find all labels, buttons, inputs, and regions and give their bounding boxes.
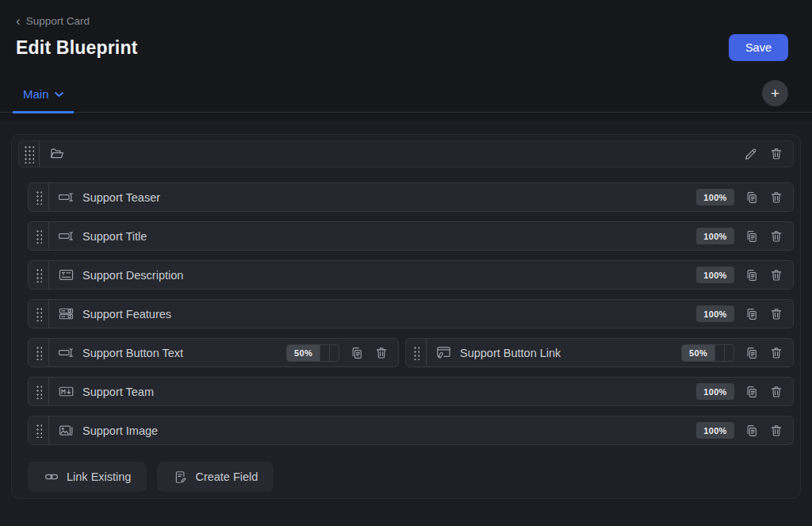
field-label[interactable]: Support Image [82,417,696,444]
create-field-button[interactable]: Create Field [157,462,274,492]
folder-icon [49,141,65,167]
drag-handle-icon[interactable] [29,417,49,444]
tab-main-label: Main [23,87,49,101]
duplicate-field-button[interactable] [745,268,759,282]
plus-icon: + [771,86,779,101]
trash-icon [769,147,783,161]
width-badge[interactable]: 50% [681,344,734,362]
pencil-icon [743,147,758,162]
duplicate-field-button[interactable] [745,229,759,244]
field-row-support-description[interactable]: Support Description 100% [28,260,794,290]
drag-handle-icon[interactable] [406,339,427,367]
trash-icon [769,424,783,438]
field-row-support-title[interactable]: Support Title 100% [28,221,794,251]
duplicate-field-button[interactable] [350,346,364,360]
field-label[interactable]: Support Teaser [82,183,696,211]
field-label[interactable]: Support Description [82,261,696,289]
chevron-down-icon [55,92,63,98]
link-existing-label: Link Existing [67,470,131,483]
drag-handle-icon[interactable] [29,261,49,289]
link-existing-button[interactable]: Link Existing [28,462,147,492]
width-badge[interactable]: 100% [696,305,734,322]
width-badge[interactable]: 100% [696,228,734,244]
field-label[interactable]: Support Button Link [460,339,681,367]
field-row-support-button-link[interactable]: Support Button Link 50% [405,338,794,367]
chain-link-icon [44,469,59,485]
drag-handle-icon[interactable] [29,183,49,211]
add-tab-button[interactable]: + [762,80,788,106]
delete-field-button[interactable] [769,424,783,438]
delete-field-button[interactable] [769,307,783,321]
text-input-icon [58,222,75,250]
copy-icon [745,229,759,244]
trash-icon [769,346,783,360]
field-rows: Support Teaser 100% Support Title 100% [28,182,794,445]
image-icon [58,417,75,444]
duplicate-field-button[interactable] [745,307,759,321]
page-header: ‹ Support Card Edit Blueprint Save [0,0,812,61]
drag-handle-icon[interactable] [29,378,49,405]
field-label[interactable]: Support Features [82,300,696,328]
copy-icon [745,346,759,360]
delete-field-button[interactable] [769,268,783,282]
duplicate-field-button[interactable] [745,190,759,205]
copy-icon [745,190,759,205]
delete-field-button[interactable] [374,346,389,360]
delete-field-button[interactable] [769,385,783,399]
delete-field-button[interactable] [769,229,783,244]
replicator-icon [58,300,75,328]
copy-icon [745,385,759,399]
text-input-icon [58,183,75,211]
create-field-label: Create Field [195,470,258,483]
half-width-row-group: Support Button Text 50% Support Button L… [28,338,794,377]
width-badge[interactable]: 100% [696,267,734,283]
field-row-support-button-text[interactable]: Support Button Text 50% [28,338,399,367]
drag-handle-icon[interactable] [29,222,49,250]
title-row: Edit Blueprint Save [16,34,788,61]
field-label[interactable]: Support Button Text [82,339,286,367]
create-field-icon [173,470,188,485]
chevron-left-icon: ‹ [16,16,21,26]
duplicate-field-button[interactable] [745,385,759,399]
drag-handle-icon[interactable] [29,300,49,328]
breadcrumb[interactable]: ‹ Support Card [16,15,788,27]
delete-field-button[interactable] [769,346,783,360]
copy-icon [745,307,759,321]
field-row-support-features[interactable]: Support Features 100% [28,299,794,328]
markdown-icon [58,378,75,405]
tab-main[interactable]: Main [13,87,74,113]
field-row-support-image[interactable]: Support Image 100% [28,416,794,445]
copy-icon [745,424,759,438]
field-row-support-teaser[interactable]: Support Teaser 100% [28,182,794,212]
save-button[interactable]: Save [729,34,788,61]
drag-handle-icon[interactable] [29,339,49,367]
trash-icon [769,307,783,321]
field-label[interactable]: Support Team [82,378,696,405]
copy-icon [745,268,759,282]
duplicate-field-button[interactable] [745,346,759,360]
text-input-icon [58,339,75,367]
edit-blueprint-screen: ‹ Support Card Edit Blueprint Save Main … [0,0,812,526]
trash-icon [769,190,783,205]
width-badge[interactable]: 100% [696,422,734,439]
trash-icon [374,346,389,360]
copy-icon [350,346,364,360]
trash-icon [769,268,783,282]
delete-field-button[interactable] [769,190,783,205]
blueprint-section-card: Support Teaser 100% Support Title 100% [11,134,801,499]
edit-section-button[interactable] [743,141,758,167]
trash-icon [769,385,783,399]
delete-section-button[interactable] [769,141,783,167]
section-drag-handle-icon[interactable] [19,141,40,167]
tab-bar: Main + [0,79,812,113]
width-badge[interactable]: 100% [696,383,734,400]
breadcrumb-label[interactable]: Support Card [26,15,90,27]
section-actions: Link Existing Create Field [28,462,794,492]
field-row-support-team[interactable]: Support Team 100% [28,377,794,406]
duplicate-field-button[interactable] [745,424,759,438]
trash-icon [769,229,783,244]
link-fieldtype-icon [435,339,452,367]
width-badge[interactable]: 50% [286,344,339,362]
field-label[interactable]: Support Title [82,222,696,250]
width-badge[interactable]: 100% [696,189,734,205]
